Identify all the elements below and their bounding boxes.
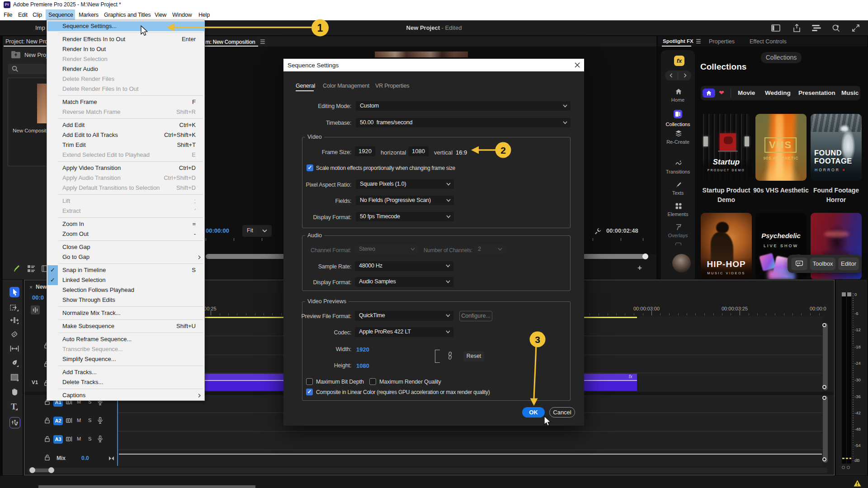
svg-text:2: 2	[500, 145, 506, 155]
svg-text:3: 3	[535, 334, 540, 345]
svg-text:1: 1	[317, 22, 323, 34]
